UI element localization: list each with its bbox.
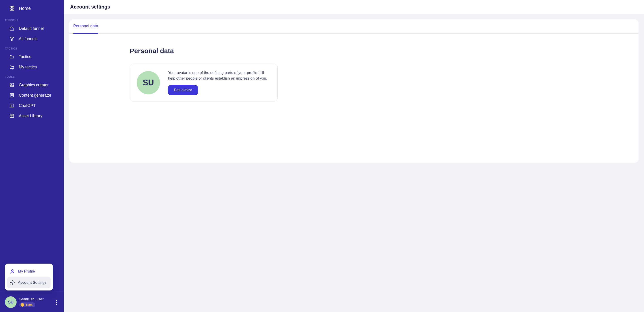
folder-my-icon: MY bbox=[9, 64, 15, 70]
sidebar-item-label: Tactics bbox=[19, 54, 31, 59]
tab-personal-data[interactable]: Personal data bbox=[73, 19, 98, 34]
sidebar-item-label: My tactics bbox=[19, 65, 37, 70]
avatar-card: SU Your avatar is one of the defining pa… bbox=[130, 64, 278, 102]
user-popup-menu: My Profile Account Settings bbox=[5, 264, 53, 290]
sidebar-item-asset-library[interactable]: Asset Library bbox=[0, 111, 64, 121]
main: Account settings Personal data Personal … bbox=[64, 0, 644, 312]
popup-item-label: My Profile bbox=[18, 269, 35, 274]
edit-avatar-button[interactable]: Edit avatar bbox=[168, 85, 198, 95]
sidebar: Home FUNNELS Default funnel All funnels bbox=[0, 0, 64, 312]
svg-rect-1 bbox=[12, 6, 14, 8]
document-icon bbox=[9, 92, 15, 98]
folder-icon bbox=[9, 54, 15, 60]
sidebar-item-all-funnels[interactable]: All funnels bbox=[0, 34, 64, 44]
image-icon bbox=[9, 82, 15, 88]
popup-item-label: Account Settings bbox=[18, 280, 46, 285]
panel-title: Personal data bbox=[130, 47, 625, 55]
home-icon bbox=[9, 26, 15, 32]
svg-point-16 bbox=[12, 270, 13, 272]
topbar: Account settings bbox=[64, 0, 644, 14]
profile-avatar: SU bbox=[137, 71, 160, 94]
layout-icon bbox=[9, 103, 15, 108]
credits-value: 1194 bbox=[26, 303, 32, 306]
personal-data-panel: Personal data SU Your avatar is one of t… bbox=[69, 34, 638, 110]
user-icon bbox=[10, 268, 15, 274]
coin-icon bbox=[20, 303, 24, 306]
settings-card: Personal data Personal data SU Your avat… bbox=[69, 19, 638, 163]
sidebar-footer: SU Semrush User 1194 bbox=[0, 292, 64, 312]
svg-rect-2 bbox=[10, 9, 12, 10]
page-title: Account settings bbox=[70, 4, 638, 10]
sidebar-item-label: Graphics creator bbox=[19, 83, 48, 88]
sidebar-item-default-funnel[interactable]: Default funnel bbox=[0, 23, 64, 34]
sidebar-item-label: Home bbox=[19, 6, 31, 11]
svg-point-17 bbox=[12, 282, 13, 283]
tabs: Personal data bbox=[69, 19, 638, 34]
svg-rect-13 bbox=[10, 114, 14, 118]
user-meta: Semrush User 1194 bbox=[19, 297, 51, 308]
popup-item-account-settings[interactable]: Account Settings bbox=[7, 277, 51, 288]
gear-icon bbox=[10, 280, 15, 286]
sidebar-section-funnels: FUNNELS bbox=[0, 16, 64, 23]
sidebar-item-graphics-creator[interactable]: Graphics creator bbox=[0, 80, 64, 90]
credits-pill[interactable]: 1194 bbox=[19, 302, 35, 307]
user-avatar[interactable]: SU bbox=[5, 296, 16, 308]
sidebar-item-label: Content generator bbox=[19, 93, 51, 98]
sidebar-item-tactics[interactable]: Tactics bbox=[0, 52, 64, 62]
popup-item-my-profile[interactable]: My Profile bbox=[7, 266, 51, 277]
avatar-card-right: Your avatar is one of the defining parts… bbox=[168, 70, 271, 95]
user-name: Semrush User bbox=[19, 297, 51, 302]
app-root: Home FUNNELS Default funnel All funnels bbox=[0, 0, 644, 312]
svg-rect-0 bbox=[10, 6, 12, 8]
sidebar-nav: Home FUNNELS Default funnel All funnels bbox=[0, 0, 64, 292]
content-wrap: Personal data Personal data SU Your avat… bbox=[64, 14, 644, 312]
sidebar-item-label: Default funnel bbox=[19, 26, 44, 31]
user-row: SU Semrush User 1194 bbox=[0, 292, 64, 312]
sidebar-item-label: ChatGPT bbox=[19, 103, 36, 108]
more-menu-button[interactable] bbox=[54, 300, 59, 305]
svg-rect-3 bbox=[12, 9, 14, 10]
funnel-icon bbox=[9, 36, 15, 42]
sidebar-item-label: All funnels bbox=[19, 36, 38, 41]
sidebar-item-home[interactable]: Home bbox=[0, 3, 64, 14]
sidebar-item-chatgpt[interactable]: ChatGPT bbox=[0, 100, 64, 111]
sidebar-item-my-tactics[interactable]: MY My tactics bbox=[0, 62, 64, 72]
sidebar-item-content-generator[interactable]: Content generator bbox=[0, 90, 64, 100]
sidebar-section-tools: TOOLS bbox=[0, 72, 64, 80]
sidebar-section-tactics: TACTICS bbox=[0, 44, 64, 52]
panel-icon bbox=[9, 113, 15, 119]
svg-text:MY: MY bbox=[12, 68, 14, 70]
avatar-description: Your avatar is one of the defining parts… bbox=[168, 70, 271, 81]
sidebar-item-label: Asset Library bbox=[19, 114, 42, 118]
svg-rect-10 bbox=[10, 104, 14, 107]
grid-icon bbox=[9, 6, 15, 11]
